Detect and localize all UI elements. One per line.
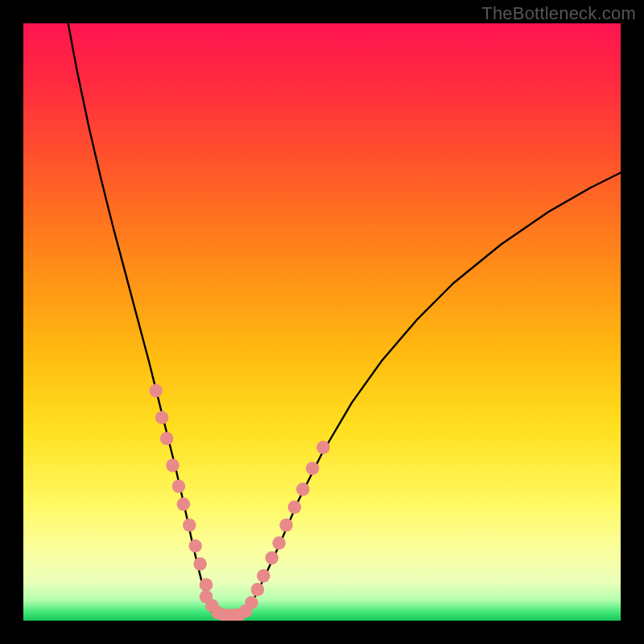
marker-dot xyxy=(316,441,330,455)
chart-svg xyxy=(23,23,621,621)
plot-area xyxy=(23,23,621,621)
marker-dot xyxy=(155,411,169,424)
marker-dot xyxy=(306,461,320,475)
marker-dot xyxy=(149,384,163,398)
marker-dot xyxy=(200,578,213,592)
marker-dot xyxy=(279,518,293,532)
marker-dot xyxy=(265,551,279,565)
marker-dot xyxy=(183,518,196,532)
outer-frame: TheBottleneck.com xyxy=(0,0,644,644)
marker-dot xyxy=(272,536,286,550)
gradient-background xyxy=(23,23,621,621)
marker-dot xyxy=(193,557,207,571)
marker-dot xyxy=(257,569,270,583)
marker-dot xyxy=(245,596,258,609)
marker-dot xyxy=(166,459,180,473)
marker-dot xyxy=(188,539,202,553)
marker-dot xyxy=(251,583,265,597)
marker-dot xyxy=(177,497,191,511)
marker-dot xyxy=(288,501,302,514)
watermark-text: TheBottleneck.com xyxy=(481,3,636,24)
marker-dot xyxy=(296,482,310,496)
marker-dot xyxy=(172,480,186,493)
marker-dot xyxy=(160,431,174,445)
